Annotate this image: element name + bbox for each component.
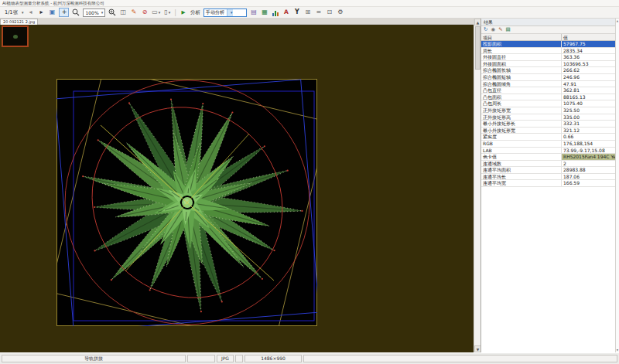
row-value: 335.00	[562, 114, 615, 121]
export-results-excel-icon[interactable]: ▤	[506, 26, 511, 33]
table-row[interactable]: 色卡值RHS2015Fan4 194C Yellow	[481, 154, 615, 161]
image-thumbnail[interactable]	[2, 26, 29, 47]
row-label: 拟合椭圆长轴	[481, 67, 562, 73]
table-row[interactable]: 凸包面积88165.13	[481, 94, 615, 101]
row-value: 28983.88	[562, 167, 615, 173]
next-image-button[interactable]: ▸	[37, 8, 45, 17]
save-image-icon[interactable]: ▤	[250, 8, 258, 17]
list-view-icon[interactable]: ≡	[315, 8, 323, 17]
analyze-play-icon[interactable]: ▶	[180, 8, 187, 17]
table-row[interactable]: 正外接矩形宽325.50	[481, 107, 615, 114]
row-value: 88165.13	[562, 94, 615, 100]
row-label: 色卡值	[481, 154, 562, 160]
rect-select-tool[interactable]: ▭▾	[152, 8, 160, 17]
prev-image-button[interactable]: ◂	[26, 8, 34, 17]
mode-caret-icon: ▾	[231, 10, 233, 15]
table-row[interactable]: 投影面积57967.75	[481, 41, 615, 48]
zoom-caret-icon: ▾	[101, 10, 104, 15]
shape-select-tool[interactable]: ▯▾	[163, 8, 171, 17]
image-canvas[interactable]	[0, 25, 474, 352]
rect-tool-icon: ▭	[152, 8, 158, 17]
annotate-icon[interactable]: ✎	[130, 8, 138, 17]
row-label: 连通平均面积	[481, 167, 562, 173]
page-dropdown-caret[interactable]: ▾	[22, 10, 24, 15]
tip-marker-overlay	[97, 139, 99, 141]
tip-marker-overlay	[82, 175, 84, 177]
column-header-item: 项目	[481, 34, 562, 40]
tip-marker-overlay	[200, 311, 202, 312]
row-label: 紧实度	[481, 134, 562, 140]
table-row[interactable]: 正外接矩形高335.00	[481, 114, 615, 121]
row-value: 166.59	[562, 180, 615, 186]
tip-marker-overlay	[264, 145, 265, 147]
row-value: 246.96	[562, 74, 615, 80]
canvas-vertical-scrollbar[interactable]: ▲ ▼	[474, 19, 480, 352]
table-row[interactable]: 外接圆面积103696.53	[481, 61, 615, 68]
table-row[interactable]: 最小外接矩形长332.31	[481, 121, 615, 128]
toolbar-separator: |	[174, 9, 176, 16]
results-table-body: 投影面积57967.75周长2835.34外接圆直径363.36外接圆面积103…	[481, 41, 615, 187]
row-label: 最小外接矩形长	[481, 121, 562, 127]
table-row[interactable]: 连通平均面积28983.88	[481, 167, 615, 174]
export-icon[interactable]: ⊡	[326, 8, 333, 17]
app-window: AI植物表型测量分析系统 - 杭州万深检测科技有限公司 1/1张 ▾ ◂ ▸ ▣…	[0, 0, 619, 364]
fit-window-icon[interactable]: ◫	[119, 8, 127, 17]
row-label: 周长	[481, 48, 562, 54]
page-indicator: 1/1张	[5, 9, 18, 16]
analysis-mode-combo[interactable]: 手动分析 ▾	[203, 9, 247, 17]
tip-marker-overlay	[111, 279, 112, 281]
table-row[interactable]: 拟合椭圆倾角47.91	[481, 81, 615, 88]
row-value: 0.66	[562, 134, 615, 140]
tip-marker-overlay	[202, 103, 203, 104]
zoom-in-icon[interactable]	[108, 8, 116, 17]
edit-results-icon[interactable]: ✎	[498, 26, 502, 33]
table-row[interactable]: 周长2835.34	[481, 48, 615, 55]
row-label: 外接圆面积	[481, 61, 562, 67]
panel-scroll-up-icon[interactable]: ▲	[616, 19, 619, 22]
table-row[interactable]: 拟合椭圆长轴266.62	[481, 67, 615, 74]
panel-scrollbar[interactable]: ▲ ▼	[615, 19, 619, 352]
row-value: 187.06	[562, 174, 615, 180]
zoom-out-icon[interactable]	[72, 8, 80, 17]
table-row[interactable]: 连通域数2	[481, 161, 615, 168]
row-value: 332.31	[562, 121, 615, 127]
table-row[interactable]: 最小外接矩形宽321.12	[481, 128, 615, 134]
pan-tool-button[interactable]: +	[59, 8, 69, 17]
row-label: 凸包周长	[481, 100, 562, 107]
analyze-button-label[interactable]: 分析	[190, 9, 200, 16]
panel-scroll-down-icon[interactable]: ▼	[616, 349, 619, 352]
row-value: 362.81	[562, 87, 615, 94]
row-label: 正外接矩形高	[481, 114, 562, 121]
rect-tool-caret: ▾	[159, 8, 161, 17]
table-row[interactable]: 凸包直径362.81	[481, 87, 615, 94]
table-row[interactable]: 连通平均宽166.59	[481, 180, 615, 187]
table-row[interactable]: 连通平均长187.06	[481, 174, 615, 181]
table-row[interactable]: RGB176,188,154	[481, 141, 615, 148]
row-value: 363.36	[562, 54, 615, 60]
zoom-level-combo[interactable]: 100% ▾	[83, 9, 105, 17]
table-row[interactable]: 紧实度0.66	[481, 134, 615, 141]
tip-marker-overlay	[301, 210, 303, 212]
table-row[interactable]: LAB73.99,-9.17,15.08	[481, 148, 615, 155]
refresh-results-icon[interactable]: ↻	[484, 26, 487, 33]
tip-marker-overlay	[94, 206, 95, 208]
excel-export-icon[interactable]: ▦	[261, 8, 268, 17]
thumbnail-plant-mark	[13, 35, 18, 39]
table-row[interactable]: 拟合椭圆短轴246.96	[481, 74, 615, 81]
status-spacer-2	[235, 355, 243, 362]
results-table-header: 项目 值	[481, 34, 615, 41]
scrollbar-thumb[interactable]	[475, 26, 480, 70]
branch-y-icon[interactable]: Y	[293, 8, 301, 17]
delete-region-icon[interactable]: ⊘	[141, 8, 149, 17]
image-filename-tab[interactable]: 20 092121 2.jpg	[0, 19, 38, 25]
table-row[interactable]: 外接圆直径363.36	[481, 54, 615, 61]
grid-view-icon[interactable]: ⊞	[304, 8, 312, 17]
analyzed-image[interactable]	[56, 79, 317, 326]
photos-icon[interactable]: ▣	[48, 8, 56, 17]
chart-icon[interactable]	[272, 8, 279, 17]
shape-tool-caret: ▾	[169, 8, 171, 17]
table-row[interactable]: 凸包周长1075.40	[481, 100, 615, 107]
record-icon[interactable]: ◉	[491, 26, 495, 33]
label-a-icon[interactable]: A	[282, 8, 290, 17]
settings-gear-icon[interactable]: ⚙	[337, 8, 344, 17]
